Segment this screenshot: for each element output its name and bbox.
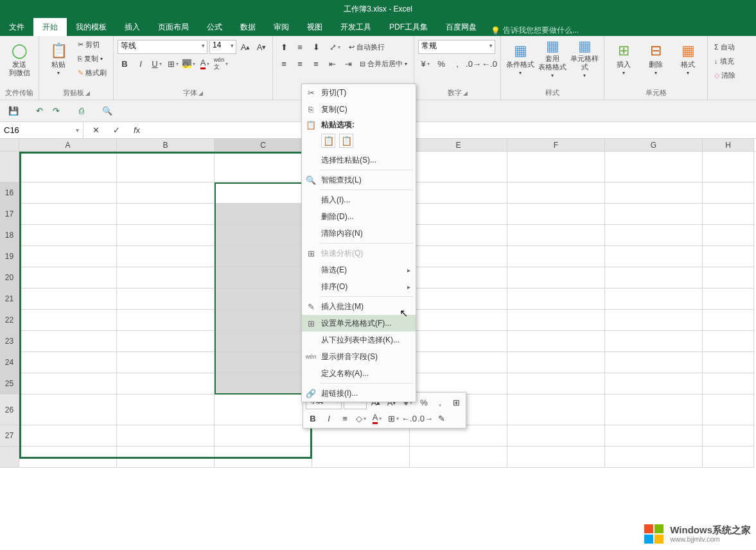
cell[interactable] bbox=[507, 152, 605, 182]
cell[interactable] bbox=[703, 204, 754, 225]
tab-data[interactable]: 数据 bbox=[231, 18, 265, 36]
insert-cells-button[interactable]: ⊞插入▾ bbox=[608, 37, 639, 80]
formula-input[interactable] bbox=[149, 122, 756, 138]
cm-filter[interactable]: 筛选(E)▸ bbox=[302, 262, 416, 278]
cell[interactable] bbox=[410, 288, 507, 310]
fill-button[interactable]: ↓填充 bbox=[712, 54, 738, 68]
cell[interactable] bbox=[605, 310, 703, 331]
cell[interactable] bbox=[117, 352, 215, 373]
cell[interactable] bbox=[703, 152, 754, 182]
row-22[interactable]: 22 bbox=[0, 310, 19, 331]
cell[interactable] bbox=[605, 373, 703, 395]
tab-developer[interactable]: 开发工具 bbox=[331, 18, 380, 36]
mt-italic[interactable]: I bbox=[322, 411, 336, 425]
cell[interactable] bbox=[507, 425, 605, 447]
mt-bold[interactable]: B bbox=[306, 411, 320, 425]
cell-styles-button[interactable]: ▦单元格样式▾ bbox=[569, 37, 600, 80]
comma-button[interactable]: , bbox=[450, 57, 464, 71]
mt-border[interactable]: ⊞ bbox=[449, 395, 463, 409]
row-16[interactable]: 16 bbox=[0, 182, 19, 204]
align-top-button[interactable]: ⬆ bbox=[277, 40, 291, 54]
cm-paste-special[interactable]: 选择性粘贴(S)... bbox=[302, 152, 416, 168]
align-center-button[interactable]: ≡ bbox=[293, 57, 307, 71]
cell[interactable] bbox=[117, 310, 215, 331]
increase-decimal-button[interactable]: .0→ bbox=[466, 57, 480, 71]
cell[interactable] bbox=[117, 182, 215, 204]
align-left-button[interactable]: ≡ bbox=[277, 57, 291, 71]
align-middle-button[interactable]: ≡ bbox=[293, 40, 307, 54]
col-H[interactable]: H bbox=[703, 139, 754, 151]
font-size-select[interactable]: 14 bbox=[209, 40, 236, 54]
format-cells-button[interactable]: ▦格式▾ bbox=[672, 37, 703, 80]
cell[interactable] bbox=[19, 267, 117, 288]
cell[interactable] bbox=[507, 204, 605, 225]
cell[interactable] bbox=[117, 267, 215, 288]
cell[interactable] bbox=[215, 352, 312, 373]
mt-borders[interactable]: ⊞ bbox=[386, 411, 400, 425]
cell[interactable] bbox=[703, 225, 754, 246]
cell[interactable] bbox=[410, 331, 507, 352]
cell[interactable] bbox=[19, 204, 117, 225]
cell[interactable] bbox=[605, 425, 703, 447]
cell[interactable] bbox=[703, 395, 754, 425]
bold-button[interactable]: B bbox=[118, 57, 132, 71]
autosum-button[interactable]: Σ自动 bbox=[712, 40, 738, 54]
cell[interactable] bbox=[117, 331, 215, 352]
cut-button[interactable]: ✂剪切 bbox=[75, 37, 109, 51]
row-24[interactable]: 24 bbox=[0, 352, 19, 373]
conditional-format-button[interactable]: ▦条件格式▾ bbox=[505, 37, 536, 80]
cell[interactable] bbox=[703, 352, 754, 373]
name-box[interactable]: C16 bbox=[0, 122, 84, 138]
cell[interactable] bbox=[19, 447, 117, 468]
cell[interactable] bbox=[117, 225, 215, 246]
cell[interactable] bbox=[605, 352, 703, 373]
cell[interactable] bbox=[507, 310, 605, 331]
cell[interactable] bbox=[507, 373, 605, 395]
cell[interactable] bbox=[215, 204, 312, 225]
cell[interactable] bbox=[117, 204, 215, 225]
mt-comma[interactable]: , bbox=[433, 395, 447, 409]
paste-option-1[interactable]: 📋 bbox=[321, 134, 335, 148]
cm-delete[interactable]: 删除(D)... bbox=[302, 208, 416, 225]
cell[interactable] bbox=[215, 288, 312, 310]
undo-button[interactable]: ↶ bbox=[32, 104, 46, 118]
cell[interactable] bbox=[19, 425, 117, 447]
cell[interactable] bbox=[19, 246, 117, 267]
cm-hyperlink[interactable]: 🔗超链接(I)... bbox=[302, 385, 416, 402]
border-button[interactable]: ⊞ bbox=[166, 57, 180, 71]
select-all-corner[interactable] bbox=[0, 139, 19, 151]
tab-insert[interactable]: 插入 bbox=[116, 18, 149, 36]
format-painter-button[interactable]: ✎格式刷 bbox=[75, 66, 109, 80]
delete-cells-button[interactable]: ⊟删除▾ bbox=[640, 37, 671, 80]
cell[interactable] bbox=[605, 246, 703, 267]
cm-copy[interactable]: ⎘复制(C) bbox=[302, 101, 416, 118]
tab-baidu[interactable]: 百度网盘 bbox=[437, 18, 486, 36]
cell[interactable] bbox=[215, 395, 312, 425]
cell[interactable] bbox=[605, 395, 703, 425]
cell[interactable] bbox=[19, 288, 117, 310]
cell[interactable] bbox=[605, 267, 703, 288]
col-G[interactable]: G bbox=[605, 139, 703, 151]
cell[interactable] bbox=[117, 152, 215, 182]
number-format-select[interactable]: 常规 bbox=[418, 40, 495, 54]
cell[interactable] bbox=[19, 373, 117, 395]
confirm-formula-button[interactable]: ✓ bbox=[109, 123, 123, 138]
row-19[interactable]: 19 bbox=[0, 246, 19, 267]
cm-insert[interactable]: 插入(I)... bbox=[302, 191, 416, 208]
copy-button[interactable]: ⎘复制▾ bbox=[75, 51, 109, 66]
cell[interactable] bbox=[215, 152, 312, 182]
cell[interactable] bbox=[215, 310, 312, 331]
cm-sort[interactable]: 排序(O)▸ bbox=[302, 278, 416, 295]
cell[interactable] bbox=[507, 267, 605, 288]
cell[interactable] bbox=[507, 246, 605, 267]
tab-file[interactable]: 文件 bbox=[0, 18, 33, 36]
tab-templates[interactable]: 我的模板 bbox=[67, 18, 116, 36]
cell[interactable] bbox=[410, 267, 507, 288]
mt-align[interactable]: ≡ bbox=[338, 411, 352, 425]
cell[interactable] bbox=[703, 447, 754, 468]
cell[interactable] bbox=[507, 288, 605, 310]
col-F[interactable]: F bbox=[507, 139, 605, 151]
insert-function-button[interactable]: fx bbox=[130, 123, 144, 138]
cell[interactable] bbox=[703, 373, 754, 395]
clipboard-dialog-launcher[interactable]: ◢ bbox=[85, 90, 90, 96]
